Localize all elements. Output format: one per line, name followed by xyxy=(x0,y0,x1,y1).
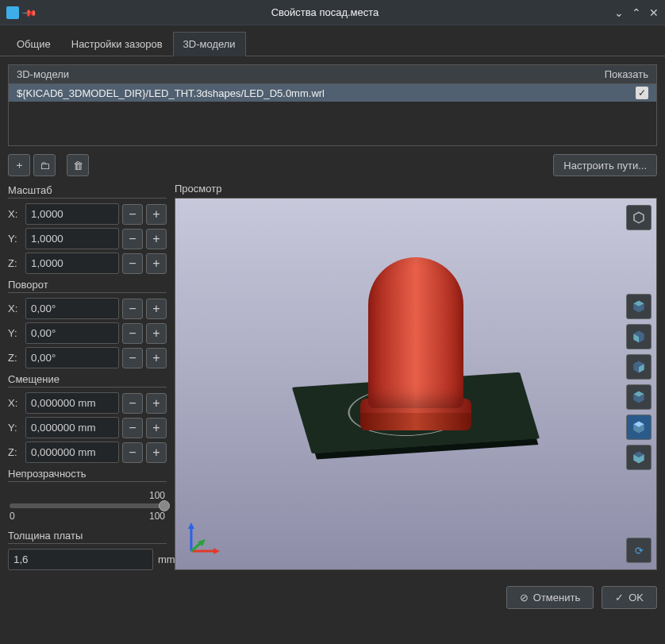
tab-clearances[interactable]: Настройки зазоров xyxy=(61,32,173,56)
ok-button-label: OK xyxy=(628,592,644,604)
offset-x-increment[interactable]: + xyxy=(146,393,167,414)
rotation-y-label: Y: xyxy=(8,327,22,339)
led-body xyxy=(368,257,463,408)
scale-x-decrement[interactable]: − xyxy=(122,204,143,225)
view-back-button[interactable] xyxy=(626,354,652,380)
folder-icon: 🗀 xyxy=(40,160,50,172)
offset-z-increment[interactable]: + xyxy=(146,442,167,463)
rotation-z-decrement[interactable]: − xyxy=(122,348,143,368)
model-path-cell[interactable]: ${KICAD6_3DMODEL_DIR}/LED_THT.3dshapes/L… xyxy=(17,87,636,99)
opacity-min-label: 0 xyxy=(10,511,15,522)
transform-panel: Масштаб X: − + Y: − + Z: − + Поворот X: … xyxy=(8,183,167,570)
delete-model-button[interactable]: 🗑 xyxy=(67,154,89,176)
scale-z-decrement[interactable]: − xyxy=(122,253,143,274)
ok-button[interactable]: ✓OK xyxy=(602,586,657,609)
show-checkbox[interactable]: ✓ xyxy=(636,87,648,99)
rotation-x-increment[interactable]: + xyxy=(146,299,167,319)
axis-gizmo xyxy=(185,518,225,560)
rotation-section-label: Поворот xyxy=(8,277,167,293)
scale-y-input[interactable] xyxy=(25,228,119,249)
rotation-x-label: X: xyxy=(8,303,22,314)
configure-paths-button[interactable]: Настроить пути... xyxy=(553,154,657,176)
opacity-slider[interactable] xyxy=(10,503,165,508)
scale-section-label: Масштаб xyxy=(8,183,167,199)
offset-y-increment[interactable]: + xyxy=(146,418,167,438)
preview-viewport[interactable]: ⟳ REF** xyxy=(175,198,657,570)
scale-z-input[interactable] xyxy=(25,253,119,274)
view-top-button[interactable] xyxy=(626,294,652,319)
view-front-button[interactable] xyxy=(626,324,652,349)
preview-panel: Просмотр ⟳ xyxy=(175,183,657,570)
scale-x-label: X: xyxy=(8,208,22,220)
maximize-icon[interactable]: ⌃ xyxy=(632,6,641,19)
rotation-z-increment[interactable]: + xyxy=(146,348,167,368)
thickness-unit: mm xyxy=(158,553,175,565)
offset-z-decrement[interactable]: − xyxy=(122,442,143,463)
svg-marker-3 xyxy=(213,548,220,554)
browse-folder-button[interactable]: 🗀 xyxy=(33,154,56,176)
scale-y-increment[interactable]: + xyxy=(146,229,167,249)
tab-3d-models[interactable]: 3D-модели xyxy=(173,32,246,56)
cancel-button-label: Отменить xyxy=(533,592,580,604)
rotation-y-decrement[interactable]: − xyxy=(122,323,143,344)
preview-label: Просмотр xyxy=(175,183,657,195)
opacity-max-top-label: 100 xyxy=(149,490,165,501)
titlebar: 📌 Свойства посад.места ⌄ ⌃ ✕ xyxy=(0,0,665,25)
table-empty-area xyxy=(9,102,656,145)
minimize-icon[interactable]: ⌄ xyxy=(614,6,624,19)
offset-x-input[interactable] xyxy=(25,392,119,414)
close-icon[interactable]: ✕ xyxy=(649,6,659,19)
opacity-max-bottom-label: 100 xyxy=(149,511,165,522)
view-left-button[interactable] xyxy=(626,384,652,410)
refresh-icon: ⟳ xyxy=(635,545,644,557)
table-row[interactable]: ${KICAD6_3DMODEL_DIR}/LED_THT.3dshapes/L… xyxy=(9,83,656,102)
col-header-models: 3D-модели xyxy=(17,68,605,80)
rotation-x-decrement[interactable]: − xyxy=(122,299,143,319)
offset-y-decrement[interactable]: − xyxy=(122,418,143,438)
dialog-footer: ⊘Отменить ✓OK xyxy=(0,578,665,617)
scale-y-label: Y: xyxy=(8,233,22,245)
offset-x-decrement[interactable]: − xyxy=(122,393,143,414)
offset-y-input[interactable] xyxy=(25,417,119,438)
scale-z-increment[interactable]: + xyxy=(146,253,167,274)
rotation-y-increment[interactable]: + xyxy=(146,323,167,344)
refresh-view-button[interactable]: ⟳ xyxy=(626,538,652,563)
offset-z-input[interactable] xyxy=(25,442,119,463)
add-model-button[interactable]: ＋ xyxy=(8,154,30,176)
opacity-section-label: Непрозрачность xyxy=(8,466,167,482)
cancel-button[interactable]: ⊘Отменить xyxy=(506,586,594,609)
offset-section-label: Смещение xyxy=(8,372,167,388)
scale-x-input[interactable] xyxy=(25,203,119,225)
offset-x-label: X: xyxy=(8,397,22,409)
view-right-button[interactable] xyxy=(626,415,652,440)
trash-icon: 🗑 xyxy=(73,160,83,172)
window-title: Свойства посад.места xyxy=(36,6,614,18)
models-toolbar: ＋ 🗀 🗑 Настроить пути... xyxy=(8,154,657,176)
slider-knob[interactable] xyxy=(159,500,170,511)
rotation-z-label: Z: xyxy=(8,352,22,364)
plus-icon: ＋ xyxy=(14,158,25,172)
cancel-icon: ⊘ xyxy=(520,592,529,604)
check-icon: ✓ xyxy=(615,592,624,604)
rotation-y-input[interactable] xyxy=(25,322,119,344)
rotation-x-input[interactable] xyxy=(25,298,119,319)
offset-y-label: Y: xyxy=(8,422,22,434)
view-iso-button[interactable] xyxy=(626,205,652,230)
app-icon xyxy=(6,6,19,19)
scale-y-decrement[interactable]: − xyxy=(122,229,143,249)
col-header-show: Показать xyxy=(605,68,648,80)
rotation-z-input[interactable] xyxy=(25,347,119,368)
tabs: Общие Настройки зазоров 3D-модели xyxy=(0,25,665,56)
scale-x-increment[interactable]: + xyxy=(146,204,167,225)
thickness-section-label: Толщина платы xyxy=(8,528,167,544)
offset-z-label: Z: xyxy=(8,446,22,458)
svg-marker-1 xyxy=(188,523,194,529)
thickness-input[interactable] xyxy=(8,549,153,570)
scale-z-label: Z: xyxy=(8,257,22,269)
view-bottom-button[interactable] xyxy=(626,445,652,470)
models-table: 3D-модели Показать ${KICAD6_3DMODEL_DIR}… xyxy=(8,64,657,146)
tab-general[interactable]: Общие xyxy=(6,32,61,56)
